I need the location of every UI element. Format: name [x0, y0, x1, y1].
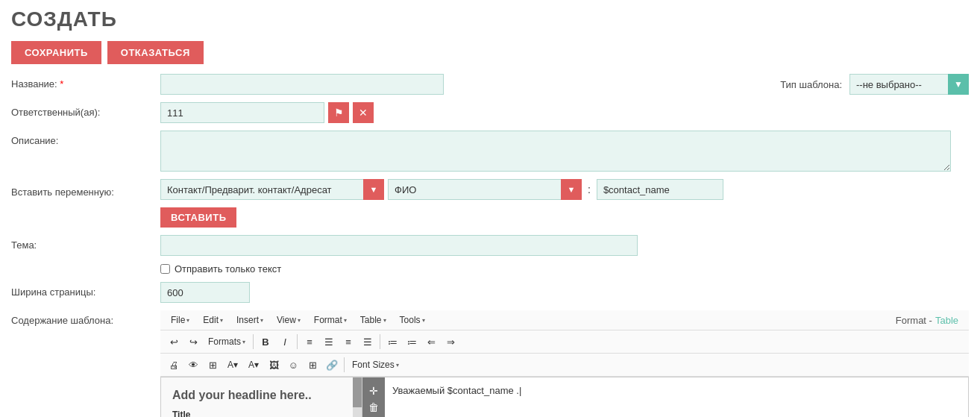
name-input[interactable]	[160, 74, 444, 95]
page-title: СОЗДАТЬ	[0, 0, 980, 35]
font-color-button[interactable]: A▾	[223, 356, 242, 374]
name-label: Название: *	[11, 74, 160, 90]
toolbar-sep4	[344, 357, 345, 372]
undo-button[interactable]: ↩	[165, 333, 183, 351]
unordered-list-button[interactable]: ≔	[383, 333, 401, 351]
editor-menubar: File▾ Edit▾ Insert▾ View▾ Format▾ Table▾	[160, 310, 969, 330]
justify-button[interactable]: ☰	[359, 333, 377, 351]
indent-button[interactable]: ⇒	[442, 333, 459, 351]
email-preview: Add your headline here.. Title Lorem ips…	[161, 377, 362, 417]
theme-row: Тема:	[11, 235, 969, 256]
save-button[interactable]: СОХРАНИТЬ	[11, 41, 101, 64]
bold-button[interactable]: B	[257, 333, 274, 351]
email-preview-title: Title	[172, 410, 351, 417]
variable-controls: Контакт/Предварит. контакт/Адресат ▼ ФИО…	[160, 179, 723, 200]
align-center-button[interactable]: ☰	[320, 333, 338, 351]
italic-button[interactable]: I	[276, 333, 294, 351]
toolbar-sep1	[253, 334, 254, 349]
variable-colon: :	[585, 184, 593, 195]
insert-variable-label: Вставить переменную:	[11, 182, 160, 198]
menu-format[interactable]: Format▾	[308, 313, 353, 327]
table-indicator-label: Table	[935, 315, 958, 326]
responsible-input[interactable]	[160, 102, 324, 123]
font-sizes-dropdown[interactable]: Font Sizes▾	[348, 356, 403, 374]
menu-table[interactable]: Table▾	[354, 313, 392, 327]
name-row: Название: * Тип шаблона: --не выбрано-- …	[11, 74, 969, 95]
drag-controls: ✛ 🗑 ↕	[362, 377, 385, 417]
format-table-indicator: Format - Table	[896, 315, 964, 326]
theme-input[interactable]	[160, 235, 638, 256]
content-label: Содержание шаблона:	[11, 310, 160, 326]
editor-left-panel: Add your headline here.. Title Lorem ips…	[161, 377, 362, 417]
ordered-list-button[interactable]: ≔	[403, 333, 421, 351]
variable-result-display: $contact_name	[597, 179, 723, 200]
highlight-button[interactable]: A▾	[244, 356, 263, 374]
page-width-label: Ширина страницы:	[11, 282, 160, 298]
toolbar-sep2	[297, 334, 298, 349]
variable-select2[interactable]: ФИО	[388, 179, 582, 200]
menu-file[interactable]: File▾	[165, 313, 195, 327]
send-text-only-group: Отправить только текст	[160, 263, 281, 275]
format-dash-label: Format -	[896, 315, 932, 326]
align-left-button[interactable]: ≡	[301, 333, 318, 351]
theme-label: Тема:	[11, 235, 160, 251]
preview-scroll-thumb[interactable]	[353, 377, 362, 407]
template-type-select[interactable]: --не выбрано--	[849, 74, 969, 95]
editor-canvas: Add your headline here.. Title Lorem ips…	[160, 377, 969, 417]
menu-edit[interactable]: Edit▾	[197, 313, 229, 327]
menu-view[interactable]: View▾	[271, 313, 307, 327]
page-width-input[interactable]	[160, 282, 250, 303]
menu-tools[interactable]: Tools▾	[394, 313, 431, 327]
responsible-flag-button[interactable]: ⚑	[328, 102, 349, 123]
editor-right-panel[interactable]: Уважаемый $contact_name .	[385, 377, 968, 417]
description-textarea[interactable]	[160, 131, 951, 172]
link-button[interactable]: 🔗	[323, 356, 341, 374]
send-text-only-label: Отправить только текст	[175, 263, 281, 275]
template-type-group: Тип шаблона: --не выбрано-- ▼	[780, 74, 969, 95]
variable-select1-wrapper: Контакт/Предварит. контакт/Адресат ▼	[160, 179, 384, 200]
grid-button[interactable]: ⊞	[304, 356, 321, 374]
menu-insert[interactable]: Insert▾	[230, 313, 269, 327]
variable-select2-wrapper: ФИО ▼	[388, 179, 582, 200]
editor-toolbar-row1: ↩ ↪ Formats▾ B I ≡ ☰ ≡ ☰ ≔ ≔ ⇐ ⇒	[160, 330, 969, 354]
outdent-button[interactable]: ⇐	[422, 333, 440, 351]
print-button[interactable]: 🖨	[165, 356, 183, 374]
send-text-spacer	[11, 263, 160, 268]
content-row: Содержание шаблона: File▾ Edit▾ Insert▾ …	[11, 310, 969, 417]
table-insert-button[interactable]: ⊞	[204, 356, 222, 374]
editor-toolbar-row2: 🖨 👁 ⊞ A▾ A▾ 🖼 ☺ ⊞ 🔗 Font Sizes▾	[160, 354, 969, 377]
preview-scrollbar[interactable]	[353, 377, 362, 417]
responsible-input-group: ⚑ ✕	[160, 102, 374, 123]
form-area: Название: * Тип шаблона: --не выбрано-- …	[0, 70, 980, 417]
toolbar-sep3	[380, 334, 380, 349]
template-type-label: Тип шаблона:	[780, 79, 842, 90]
editor-section: File▾ Edit▾ Insert▾ View▾ Format▾ Table▾	[160, 310, 969, 417]
description-row: Описание:	[11, 131, 969, 172]
formats-dropdown[interactable]: Formats▾	[204, 333, 250, 351]
image-button[interactable]: 🖼	[265, 356, 283, 374]
send-text-only-checkbox[interactable]	[160, 264, 170, 274]
main-toolbar: СОХРАНИТЬ ОТКАЗАТЬСЯ	[0, 35, 980, 70]
variable-select1[interactable]: Контакт/Предварит. контакт/Адресат	[160, 179, 384, 200]
align-right-button[interactable]: ≡	[339, 333, 357, 351]
editor-content-text: Уважаемый $contact_name .	[392, 385, 961, 396]
move-icon[interactable]: ✛	[369, 385, 378, 397]
responsible-label: Ответственный(ая):	[11, 102, 160, 118]
insert-button[interactable]: ВСТАВИТЬ	[160, 207, 236, 228]
required-star: *	[60, 78, 63, 90]
email-headline: Add your headline here..	[172, 389, 351, 402]
page-width-row: Ширина страницы:	[11, 282, 969, 303]
emoji-button[interactable]: ☺	[284, 356, 302, 374]
template-type-select-wrapper: --не выбрано-- ▼	[849, 74, 969, 95]
responsible-clear-button[interactable]: ✕	[353, 102, 374, 123]
insert-variable-row: Вставить переменную: Контакт/Предварит. …	[11, 179, 969, 228]
send-text-row: Отправить только текст	[11, 263, 969, 275]
preview-button[interactable]: 👁	[184, 356, 202, 374]
description-label: Описание:	[11, 131, 160, 146]
delete-icon[interactable]: 🗑	[368, 401, 379, 413]
redo-button[interactable]: ↪	[184, 333, 202, 351]
cancel-button[interactable]: ОТКАЗАТЬСЯ	[107, 41, 204, 64]
responsible-row: Ответственный(ая): ⚑ ✕	[11, 102, 969, 123]
